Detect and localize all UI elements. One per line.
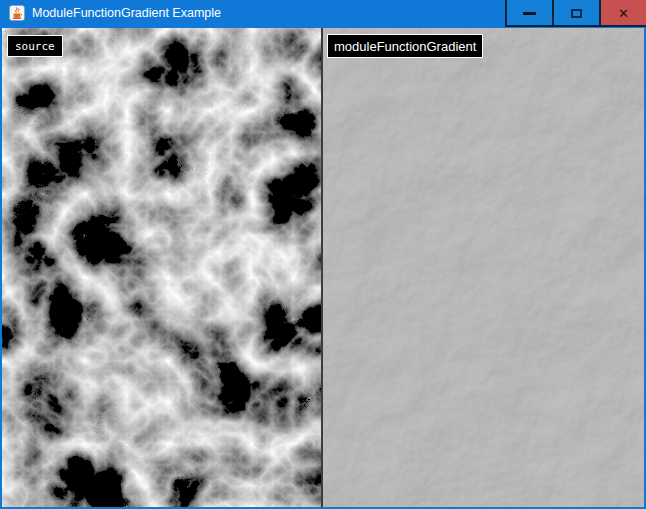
titlebar[interactable]: ModuleFunctionGradient Example ✕	[0, 0, 646, 28]
window-title: ModuleFunctionGradient Example	[32, 6, 221, 20]
maximize-icon	[571, 9, 582, 18]
source-image-panel: source	[2, 28, 321, 507]
window-controls: ✕	[505, 0, 646, 27]
minimize-icon	[523, 12, 536, 15]
source-texture-image	[2, 28, 321, 507]
java-coffee-cup-icon	[9, 5, 25, 21]
gradient-image-label: moduleFunctionGradient	[327, 34, 483, 58]
minimize-button[interactable]	[505, 0, 552, 27]
close-icon: ✕	[618, 7, 629, 20]
maximize-button[interactable]	[552, 0, 599, 27]
app-window: ModuleFunctionGradient Example ✕	[0, 0, 646, 509]
gradient-texture-image	[323, 28, 644, 507]
close-button[interactable]: ✕	[599, 0, 646, 27]
source-image-label: source	[7, 35, 63, 57]
gradient-image-panel: moduleFunctionGradient	[323, 28, 644, 507]
content-area: source moduleFunctionGradient	[2, 28, 644, 507]
